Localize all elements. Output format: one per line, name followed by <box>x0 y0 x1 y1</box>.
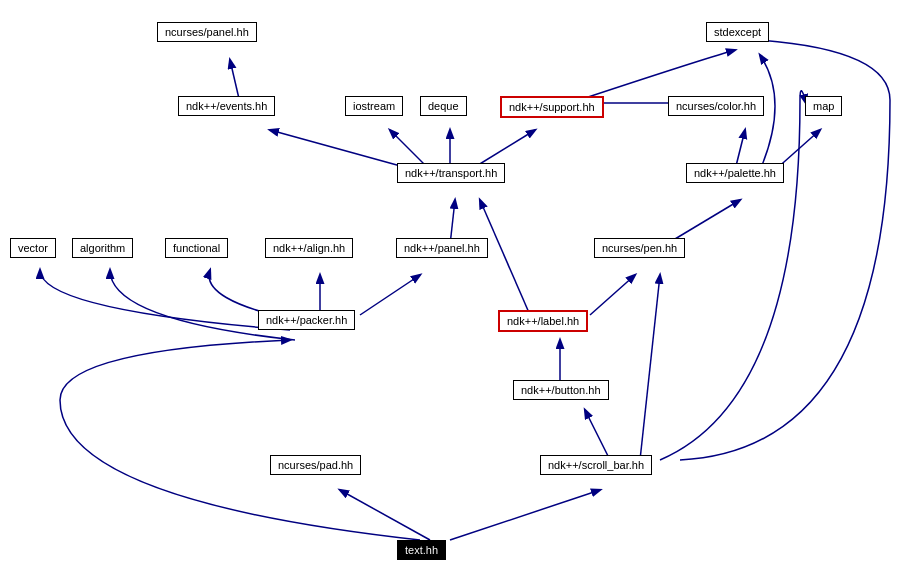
node-ndk-transport-hh[interactable]: ndk++/transport.hh <box>397 163 505 183</box>
node-vector[interactable]: vector <box>10 238 56 258</box>
node-ndk-support-hh[interactable]: ndk++/support.hh <box>500 96 604 118</box>
graph-container: text.hh ncurses/pad.hh ndk++/scroll_bar.… <box>0 0 907 584</box>
node-map[interactable]: map <box>805 96 842 116</box>
node-stdexcept[interactable]: stdexcept <box>706 22 769 42</box>
node-ncurses-pad-hh[interactable]: ncurses/pad.hh <box>270 455 361 475</box>
node-ndk-scroll-bar-hh[interactable]: ndk++/scroll_bar.hh <box>540 455 652 475</box>
node-ncurses-pen-hh[interactable]: ncurses/pen.hh <box>594 238 685 258</box>
node-functional[interactable]: functional <box>165 238 228 258</box>
node-ndk-palette-hh[interactable]: ndk++/palette.hh <box>686 163 784 183</box>
node-deque[interactable]: deque <box>420 96 467 116</box>
node-algorithm[interactable]: algorithm <box>72 238 133 258</box>
node-ndk-label-hh[interactable]: ndk++/label.hh <box>498 310 588 332</box>
node-ndk-panel-hh[interactable]: ndk++/panel.hh <box>396 238 488 258</box>
node-ndk-packer-hh[interactable]: ndk++/packer.hh <box>258 310 355 330</box>
node-ncurses-color-hh[interactable]: ncurses/color.hh <box>668 96 764 116</box>
node-ndk-events-hh[interactable]: ndk++/events.hh <box>178 96 275 116</box>
node-iostream[interactable]: iostream <box>345 96 403 116</box>
edges-svg <box>0 0 907 584</box>
node-text-hh[interactable]: text.hh <box>397 540 446 560</box>
node-ndk-align-hh[interactable]: ndk++/align.hh <box>265 238 353 258</box>
node-ndk-button-hh[interactable]: ndk++/button.hh <box>513 380 609 400</box>
node-ncurses-panel-hh[interactable]: ncurses/panel.hh <box>157 22 257 42</box>
